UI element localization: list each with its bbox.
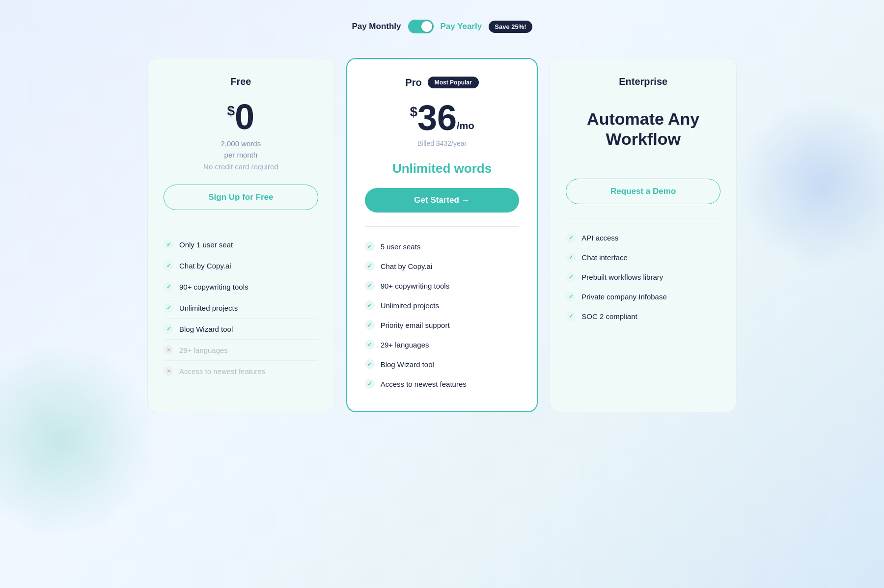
billing-toggle[interactable]: [408, 20, 434, 33]
free-features-list: ✓ Only 1 user seat ✓ Chat by Copy.ai ✓ 9…: [164, 234, 318, 381]
free-price-section: $ 0: [164, 99, 318, 134]
feature-text: API access: [581, 234, 618, 242]
list-item: ✕ 29+ languages: [164, 340, 318, 361]
x-icon: ✕: [164, 366, 173, 376]
free-features-divider: [164, 224, 318, 224]
list-item: ✓ Blog Wizard tool: [164, 319, 318, 340]
feature-text: Chat by Copy.ai: [381, 262, 433, 270]
free-plan-name: Free: [230, 76, 251, 87]
enterprise-headline: Automate Any Workflow: [566, 109, 720, 149]
feature-text: Access to newest features: [381, 380, 467, 388]
check-icon: ✓: [164, 240, 173, 249]
billing-toggle-section: Pay Monthly Pay Yearly Save 25%!: [352, 20, 532, 33]
check-icon: ✓: [365, 281, 375, 291]
list-item: ✓ 90+ copywriting tools: [365, 276, 520, 295]
list-item: ✓ SOC 2 compliant: [566, 307, 720, 326]
feature-text: Prebuilt workflows library: [581, 273, 663, 281]
most-popular-badge: Most Popular: [428, 77, 479, 88]
check-icon: ✓: [365, 300, 375, 310]
feature-text: 29+ languages: [179, 346, 228, 354]
pro-billed-text: Billed $432/year: [365, 139, 520, 147]
list-item: ✓ Only 1 user seat: [164, 234, 318, 255]
feature-text: 90+ copywriting tools: [381, 282, 450, 290]
list-item: ✓ Access to newest features: [365, 374, 520, 394]
feature-text: Chat interface: [581, 253, 627, 262]
toggle-knob: [421, 21, 432, 32]
enterprise-card-header: Enterprise: [566, 76, 720, 87]
pay-monthly-label: Pay Monthly: [352, 22, 401, 31]
feature-text: 29+ languages: [381, 341, 429, 349]
feature-text: Unlimited projects: [381, 301, 439, 310]
free-price-amount: $ 0: [164, 99, 318, 134]
feature-text: Access to newest features: [179, 367, 265, 375]
feature-text: Private company Infobase: [581, 293, 666, 301]
free-cta-button[interactable]: Sign Up for Free: [164, 185, 318, 210]
free-card-header: Free: [164, 76, 318, 87]
check-icon: ✓: [365, 379, 375, 389]
pro-price-number: 36: [417, 100, 457, 135]
list-item: ✓ Chat interface: [566, 248, 720, 267]
check-icon: ✓: [566, 253, 576, 263]
pro-price-amount: $ 36 /mo: [365, 100, 520, 135]
enterprise-cta-button[interactable]: Request a Demo: [566, 179, 720, 204]
pro-plan-card: Pro Most Popular $ 36 /mo Billed $432/ye…: [346, 58, 538, 412]
pro-plan-name: Pro: [405, 77, 421, 88]
pro-price-period: /mo: [457, 121, 474, 131]
feature-text: 90+ copywriting tools: [179, 283, 249, 291]
check-icon: ✓: [365, 340, 375, 349]
feature-text: Blog Wizard tool: [179, 325, 233, 333]
list-item: ✓ 5 user seats: [365, 237, 520, 256]
free-price-number: 0: [235, 99, 254, 134]
pro-features-divider: [365, 226, 520, 227]
list-item: ✓ API access: [566, 228, 720, 248]
save-badge: Save 25%!: [489, 21, 532, 33]
enterprise-plan-card: Enterprise Automate Any Workflow Request…: [550, 58, 737, 412]
check-icon: ✓: [164, 261, 173, 270]
list-item: ✓ Private company Infobase: [566, 287, 720, 307]
pro-cta-button[interactable]: Get Started →: [365, 188, 520, 213]
free-no-credit: No credit card required: [164, 162, 318, 171]
check-icon: ✓: [566, 233, 576, 243]
list-item: ✓ 29+ languages: [365, 335, 520, 354]
feature-text: Chat by Copy.ai: [179, 262, 231, 270]
free-price-subtitle: 2,000 words per month: [164, 138, 318, 160]
list-item: ✓ Prebuilt workflows library: [566, 267, 720, 287]
enterprise-features-divider: [566, 218, 720, 218]
check-icon: ✓: [566, 292, 576, 302]
free-plan-card: Free $ 0 2,000 words per month No credit…: [147, 58, 334, 412]
check-icon: ✓: [365, 359, 375, 369]
list-item: ✓ Blog Wizard tool: [365, 354, 520, 374]
pro-card-header: Pro Most Popular: [365, 77, 520, 88]
pro-price-section: $ 36 /mo: [365, 100, 520, 135]
feature-text: Only 1 user seat: [179, 241, 233, 249]
check-icon: ✓: [365, 320, 375, 330]
enterprise-features-list: ✓ API access ✓ Chat interface ✓ Prebuilt…: [566, 228, 720, 326]
free-price-dollar: $: [227, 104, 235, 118]
pay-yearly-label: Pay Yearly: [441, 22, 482, 31]
feature-text: SOC 2 compliant: [581, 312, 637, 321]
list-item: ✓ Priority email support: [365, 315, 520, 335]
list-item: ✓ 90+ copywriting tools: [164, 276, 318, 297]
feature-text: Blog Wizard tool: [381, 360, 434, 369]
feature-text: Unlimited projects: [179, 304, 238, 312]
list-item: ✓ Chat by Copy.ai: [164, 255, 318, 276]
check-icon: ✓: [164, 324, 173, 334]
enterprise-plan-name: Enterprise: [619, 76, 667, 87]
check-icon: ✓: [365, 261, 375, 271]
x-icon: ✕: [164, 345, 173, 355]
check-icon: ✓: [164, 303, 173, 313]
pro-unlimited-text: Unlimited words: [365, 161, 520, 176]
pro-price-dollar: $: [410, 105, 417, 119]
check-icon: ✓: [164, 282, 173, 292]
check-icon: ✓: [566, 312, 576, 321]
pro-features-list: ✓ 5 user seats ✓ Chat by Copy.ai ✓ 90+ c…: [365, 237, 520, 394]
list-item: ✓ Unlimited projects: [365, 295, 520, 315]
feature-text: 5 user seats: [381, 242, 421, 251]
list-item: ✓ Chat by Copy.ai: [365, 256, 520, 276]
list-item: ✓ Unlimited projects: [164, 297, 318, 319]
list-item: ✕ Access to newest features: [164, 361, 318, 381]
feature-text: Priority email support: [381, 321, 450, 329]
check-icon: ✓: [566, 272, 576, 282]
check-icon: ✓: [365, 241, 375, 251]
pricing-cards: Free $ 0 2,000 words per month No credit…: [147, 58, 737, 412]
